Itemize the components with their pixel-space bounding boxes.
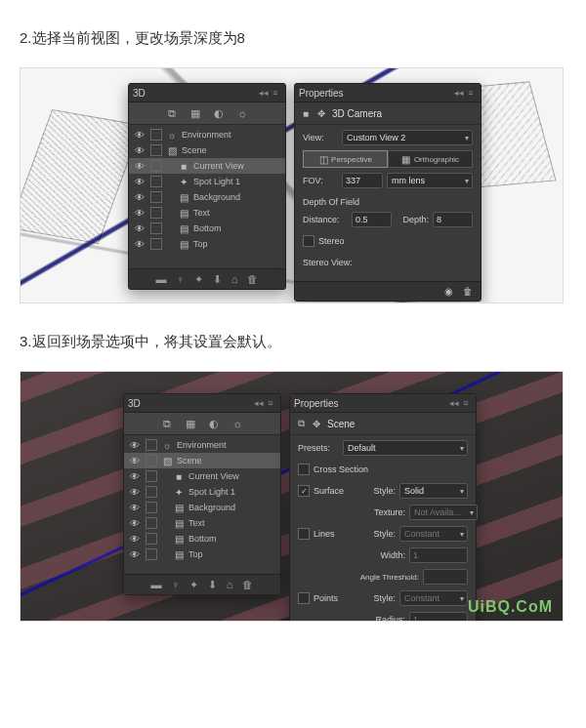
visibility-icon[interactable]: 👁 <box>133 130 146 141</box>
select-box[interactable] <box>150 238 162 250</box>
material-icon[interactable]: ◐ <box>212 106 226 120</box>
light-icon[interactable]: ♀ <box>172 579 180 590</box>
visibility-icon[interactable]: 👁 <box>128 487 142 498</box>
tree-row-text[interactable]: 👁▤Text <box>124 515 280 531</box>
fov-input[interactable]: 337 <box>342 173 383 188</box>
add-icon[interactable]: ⬇ <box>208 579 217 591</box>
new-icon[interactable]: ⌂ <box>227 579 233 590</box>
visibility-icon[interactable]: 👁 <box>128 471 142 482</box>
light-icon[interactable]: ☼ <box>230 417 244 430</box>
visibility-icon[interactable]: 👁 <box>128 440 142 451</box>
material-icon[interactable]: ◐ <box>207 417 221 430</box>
mesh-icon[interactable]: ▦ <box>184 417 197 430</box>
visibility-icon[interactable]: 👁 <box>133 161 146 172</box>
tree-row-current-view[interactable]: 👁■Current View <box>129 158 285 174</box>
select-box[interactable] <box>150 129 162 141</box>
visibility-icon[interactable]: 👁 <box>128 503 142 513</box>
select-box[interactable] <box>150 176 162 187</box>
filter-icon[interactable]: ⧉ <box>160 417 174 430</box>
angle-label: Angle Threshold: <box>341 573 419 582</box>
visibility-icon[interactable]: 👁 <box>133 145 146 156</box>
tree-row-scene[interactable]: 👁▧Scene <box>124 453 280 468</box>
select-box[interactable] <box>150 160 162 172</box>
tree-row-top[interactable]: 👁▤Top <box>129 236 285 252</box>
visibility-icon[interactable]: 👁 <box>128 456 142 466</box>
trash-icon[interactable]: 🗑 <box>242 579 253 590</box>
select-box[interactable] <box>146 455 157 466</box>
tree-row-spot-light-1[interactable]: 👁✦Spot Light 1 <box>129 174 285 189</box>
light-icon[interactable]: ☼ <box>235 106 249 120</box>
filter-icon[interactable]: ⧉ <box>165 106 179 120</box>
props-subtitle: 3D Camera <box>332 108 382 119</box>
camera-icon[interactable]: ✦ <box>194 273 203 286</box>
tree-row-background[interactable]: 👁▤Background <box>124 500 280 515</box>
depth-input[interactable]: 8 <box>433 212 473 227</box>
panel-header[interactable]: 3D ◂◂ ≡ <box>129 84 285 102</box>
tree-row-environment[interactable]: 👁☼Environment <box>124 437 280 453</box>
perspective-button[interactable]: ◫ Perspective <box>303 150 388 168</box>
collapse-icon[interactable]: ◂◂ <box>258 88 270 98</box>
ground-icon[interactable]: ▬ <box>156 273 167 285</box>
collapse-icon[interactable]: ◂◂ <box>448 398 460 408</box>
trash-icon[interactable]: 🗑 <box>463 286 473 297</box>
select-box[interactable] <box>146 533 157 545</box>
presets-dropdown[interactable]: Default <box>343 440 468 456</box>
select-box[interactable] <box>150 144 162 156</box>
visibility-icon[interactable]: 👁 <box>128 518 142 529</box>
add-icon[interactable]: ⬇ <box>213 273 222 286</box>
tree-row-background[interactable]: 👁▤Background <box>129 189 285 205</box>
visibility-icon[interactable]: 👁 <box>133 239 146 250</box>
menu-icon[interactable]: ≡ <box>465 88 477 98</box>
fov-unit-dropdown[interactable]: mm lens <box>387 173 473 188</box>
panel-header[interactable]: 3D ◂◂ ≡ <box>124 394 280 413</box>
stereo-checkbox[interactable] <box>303 235 314 247</box>
light-icon[interactable]: ♀ <box>177 273 185 285</box>
visibility-icon[interactable]: 👁 <box>128 549 142 560</box>
distance-input[interactable]: 0.5 <box>352 212 392 227</box>
visibility-icon[interactable]: 👁 <box>133 177 146 187</box>
select-box[interactable] <box>146 439 157 451</box>
tree-row-spot-light-1[interactable]: 👁✦Spot Light 1 <box>124 484 280 500</box>
tree-row-text[interactable]: 👁▤Text <box>129 205 285 221</box>
menu-icon[interactable]: ≡ <box>265 398 276 408</box>
select-box[interactable] <box>146 502 157 513</box>
render-icon[interactable]: ◉ <box>444 286 453 297</box>
visibility-icon[interactable]: 👁 <box>133 223 146 234</box>
tree-row-bottom[interactable]: 👁▤Bottom <box>129 221 285 236</box>
panel-header[interactable]: Properties ◂◂ ≡ <box>290 394 476 413</box>
surface-style-dropdown[interactable]: Solid <box>399 483 468 499</box>
select-box[interactable] <box>146 548 157 560</box>
ground-icon[interactable]: ▬ <box>151 579 162 590</box>
camera-icon[interactable]: ✦ <box>189 579 198 591</box>
3d-panel-footer: ▬ ♀ ✦ ⬇ ⌂ 🗑 <box>124 574 280 594</box>
menu-icon[interactable]: ≡ <box>460 398 472 408</box>
collapse-icon[interactable]: ◂◂ <box>453 88 465 98</box>
select-box[interactable] <box>150 207 162 219</box>
select-box[interactable] <box>146 470 157 482</box>
lines-checkbox[interactable] <box>298 528 310 540</box>
mesh-icon[interactable]: ▦ <box>188 106 202 120</box>
tree-row-bottom[interactable]: 👁▤Bottom <box>124 531 280 546</box>
select-box[interactable] <box>150 222 162 234</box>
tree-row-environment[interactable]: 👁☼Environment <box>129 127 285 142</box>
new-icon[interactable]: ⌂ <box>231 273 238 285</box>
collapse-icon[interactable]: ◂◂ <box>253 398 265 408</box>
visibility-icon[interactable]: 👁 <box>128 534 142 545</box>
select-box[interactable] <box>146 486 157 498</box>
menu-icon[interactable]: ≡ <box>270 88 281 98</box>
tree-row-current-view[interactable]: 👁■Current View <box>124 468 280 484</box>
tree-row-top[interactable]: 👁▤Top <box>124 546 280 562</box>
view-dropdown[interactable]: Custom View 2 <box>342 130 473 145</box>
select-box[interactable] <box>146 517 157 529</box>
surface-checkbox[interactable]: ✓ <box>298 485 310 497</box>
visibility-icon[interactable]: 👁 <box>133 192 146 203</box>
points-checkbox[interactable] <box>298 592 310 604</box>
scene-tree: 👁☼Environment👁▧Scene👁■Current View👁✦Spot… <box>124 435 280 564</box>
trash-icon[interactable]: 🗑 <box>247 273 258 285</box>
cross-section-checkbox[interactable] <box>298 464 310 475</box>
panel-header[interactable]: Properties ◂◂ ≡ <box>295 84 481 102</box>
select-box[interactable] <box>150 191 162 203</box>
visibility-icon[interactable]: 👁 <box>133 208 146 219</box>
orthographic-button[interactable]: ▦ Orthographic <box>388 150 473 168</box>
tree-row-scene[interactable]: 👁▧Scene <box>129 142 285 158</box>
